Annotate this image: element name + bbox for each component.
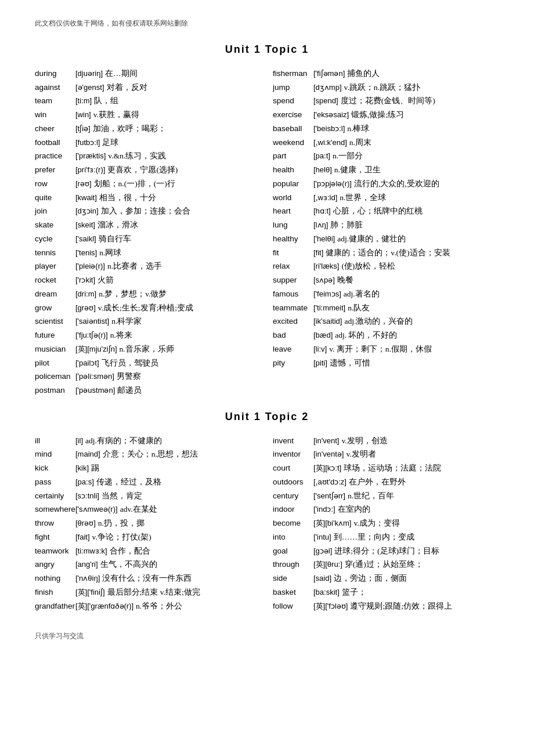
vocab-word: policeman [35, 370, 75, 384]
vocab-definition: 流行的,大众的,受欢迎的 [354, 177, 499, 191]
vocab-pronunciation: [kik] [75, 462, 89, 475]
vocab-definition: 相当，很，十分 [99, 191, 261, 205]
vocab-word: heart [273, 204, 313, 218]
vocab-definition: n.健康，卫生 [334, 163, 499, 177]
list-item: fisherman ['fiʃəmən] 捕鱼的人 [273, 67, 499, 81]
vocab-word: fight [35, 530, 75, 544]
vocab-word: certainly [35, 489, 75, 503]
vocab-word: grandfather [35, 599, 75, 613]
vocab-word: spend [273, 94, 313, 108]
vocab-definition: v.获胜，赢得 [93, 108, 261, 122]
vocab-definition: 介意；关心；n.思想，想法 [103, 447, 261, 461]
list-item: outdoors [ˌaʊt'dɔ:z] 在户外，在野外 [273, 475, 499, 489]
vocab-pronunciation: [pri'fɜ:(r)] [75, 164, 105, 177]
vocab-definition: n.周末 [349, 136, 499, 150]
vocab-definition: adj.激动的，兴奋的 [344, 314, 499, 328]
vocab-word: supper [273, 273, 313, 287]
list-item: pilot ['pailɔt] 飞行员，驾驶员 [35, 356, 261, 370]
vocab-definition: n.队友 [348, 301, 499, 315]
vocab-pronunciation: ['pleiə(r)] [75, 260, 105, 273]
vocab-word: leave [273, 342, 313, 356]
list-item: weekend [ˌwi:k'end] n.周末 [273, 136, 499, 150]
vocab-pronunciation: [sʌpə] [313, 274, 335, 287]
vocab-pronunciation: [英][mju'ziʃn] [75, 343, 117, 356]
vocab-definition: 加入，参加；连接；会合 [101, 204, 261, 218]
list-item: quite [kwait] 相当，很，十分 [35, 191, 261, 205]
vocab-pronunciation: [rəʊ] [75, 178, 92, 191]
vocab-pronunciation: [fait] [75, 531, 90, 544]
vocab-word: become [273, 516, 313, 530]
vocab-pronunciation: [ˌwi:k'end] [313, 136, 347, 150]
vocab-word: part [273, 149, 313, 163]
vocab-definition: n.网球 [99, 246, 261, 260]
vocab-pronunciation: [ˌaʊt'dɔ:z] [313, 476, 347, 489]
vocab-pronunciation: [lʌŋ] [313, 219, 328, 232]
vocab-word: musician [35, 342, 75, 356]
vocab-pronunciation: [in'ventə] [313, 448, 344, 461]
vocab-definition: n.一部分 [333, 149, 499, 163]
vocab-pronunciation: [ik'saitid] [313, 315, 342, 328]
vocab-word: teamwork [35, 544, 75, 558]
vocab-word: goal [273, 544, 313, 558]
vocab-definition: 溜冰，滑冰 [98, 218, 261, 232]
vocab-definition: 篮子； [342, 585, 499, 599]
vocab-definition: v.成为；变得 [353, 516, 499, 530]
vocab-definition: n.世纪，百年 [348, 489, 499, 503]
vocab-definition: 到……里；向内；变成 [334, 530, 499, 544]
vocab-definition: 合作，配合 [110, 544, 261, 558]
vocab-word: basket [273, 585, 313, 599]
vocab-pronunciation: [英][θru:] [313, 558, 342, 571]
list-item: through [英][θru:] 穿(通)过；从始至终； [273, 558, 499, 571]
list-item: musician [英][mju'ziʃn] n.音乐家，乐师 [35, 342, 261, 356]
vocab-word: pilot [35, 356, 75, 370]
vocab-word: angry [35, 558, 75, 571]
vocab-word: join [35, 204, 75, 218]
list-item: basket [ba:skit] 篮子； [273, 585, 499, 599]
list-item: excited [ik'saitid] adj.激动的，兴奋的 [273, 314, 499, 328]
list-item: lung [lʌŋ] 肺；肺脏 [273, 218, 499, 232]
vocab-word: scientist [35, 314, 75, 328]
list-item: grandfather [英]['grænfɑðə(r)] n.爷爷；外公 [35, 599, 261, 613]
vocab-definition: n.棒球 [347, 122, 499, 136]
vocab-pronunciation: [dʒɔin] [75, 205, 99, 218]
vocab-definition: v. 离开；剩下；n.假期，休假 [329, 342, 499, 356]
vocab-word: baseball [273, 122, 313, 136]
vocab-definition: v.跳跃；n.跳跃；猛扑 [344, 81, 499, 95]
vocab-definition: 遵守规则;跟随;仿效；跟得上 [350, 599, 499, 613]
vocab-pronunciation: [英]['fɔləʊ] [313, 600, 348, 613]
vocab-word: during [35, 67, 75, 81]
vocab-definition: n.扔，投，掷 [98, 516, 261, 530]
vocab-word: cycle [35, 232, 75, 246]
vocab-word: cheer [35, 122, 75, 136]
vocab-pronunciation: [ti:m] [75, 95, 92, 108]
list-item: indoor ['indɔ:] 在室内的 [273, 502, 499, 516]
vocab-definition: 更喜欢，宁愿(选择) [107, 163, 261, 177]
topic1-right-col: fisherman ['fiʃəmən] 捕鱼的人jump [dʒʌmp] v.… [267, 67, 499, 397]
list-item: kick [kik] 踢 [35, 461, 261, 475]
vocab-pronunciation: [英][kɔ:t] [313, 462, 341, 475]
vocab-pronunciation: [ba:skit] [313, 586, 340, 599]
vocab-definition: 在户外，在野外 [349, 475, 499, 489]
vocab-definition: 锻炼,做操;练习 [351, 108, 499, 122]
vocab-pronunciation: ['pəli:smən] [75, 370, 114, 384]
list-item: century ['sentʃərr] n.世纪，百年 [273, 489, 499, 503]
vocab-definition: 加油，欢呼；喝彩； [93, 122, 261, 136]
list-item: certainly [sɔ:tnli] 当然，肯定 [35, 489, 261, 503]
vocab-word: postman [35, 384, 75, 397]
list-item: nothing ['nʌθiŋ] 没有什么；没有一件东西 [35, 571, 261, 585]
vocab-pronunciation: [said] [313, 572, 331, 585]
vocab-pronunciation: ['pailɔt] [75, 357, 99, 370]
watermark-bottom: 只供学习与交流 [35, 630, 499, 642]
vocab-pronunciation: [ˌwɜ:ld] [313, 191, 337, 205]
vocab-word: healthy [273, 232, 313, 246]
vocab-definition: adj.有病的；不健康的 [85, 434, 261, 448]
vocab-word: popular [273, 177, 313, 191]
vocab-word: through [273, 558, 313, 571]
vocab-pronunciation: [spend] [313, 95, 338, 108]
topic1-left-col: during [djuəriŋ] 在…期间against [ə'genst] 对… [35, 67, 267, 397]
vocab-pronunciation: ['fju:tʃə(r)] [75, 329, 108, 342]
vocab-word: inventor [273, 447, 313, 461]
list-item: into ['intu] 到……里；向内；变成 [273, 530, 499, 544]
topic2-left-col: ill [il] adj.有病的；不健康的mind [maind] 介意；关心；… [35, 434, 267, 613]
vocab-definition: 传递，经过，及格 [96, 475, 261, 489]
